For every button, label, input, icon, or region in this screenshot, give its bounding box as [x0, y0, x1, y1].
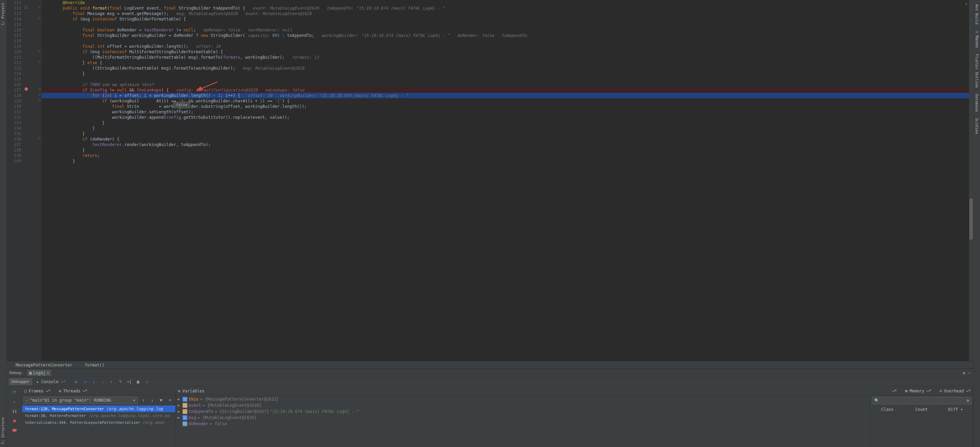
settings-icon[interactable]: ⚙: [963, 371, 965, 375]
variable-row[interactable]: ▶pevent = {MutableLogEvent@1626}: [177, 402, 869, 409]
code-line[interactable]: if (doRender) {: [41, 137, 973, 142]
mem-col-class[interactable]: Class: [870, 406, 905, 413]
code-line[interactable]: [41, 76, 973, 82]
scrollbar-thumb[interactable]: [969, 199, 973, 240]
expand-icon[interactable]: ▶: [178, 404, 181, 407]
code-line[interactable]: if (config != null && !noLookups) { conf…: [41, 87, 973, 93]
code-line[interactable]: }: [41, 147, 973, 153]
pin-icon[interactable]: →*: [83, 389, 88, 393]
variable-row[interactable]: ▶≡this = {MessagePatternConverter@1621}: [177, 396, 869, 402]
structure-tool[interactable]: 7: Structure: [0, 415, 6, 447]
breadcrumb-method[interactable]: format(): [83, 363, 107, 367]
variables-view-icon[interactable]: ≡: [178, 389, 180, 393]
pin-icon[interactable]: →*: [892, 389, 897, 393]
mem-col-diff[interactable]: Diff ▾: [939, 406, 973, 413]
expand-icon[interactable]: ▶: [178, 398, 181, 401]
database-tool[interactable]: Database: [974, 91, 980, 115]
memory-search[interactable]: 🔍 ⚙: [872, 397, 972, 404]
project-tool[interactable]: 1: Project: [0, 0, 6, 28]
pin-icon[interactable]: →*: [46, 389, 51, 393]
fold-column[interactable]: ⊟⊟⊟⊟⊟⊟⊟⊟: [38, 0, 41, 361]
code-line[interactable]: }: [41, 158, 973, 164]
frames-view-icon[interactable]: ▢: [24, 389, 27, 393]
code-content[interactable]: ✔ @Override public void format(final Log…: [41, 0, 973, 361]
resume-icon[interactable]: ▸: [11, 398, 19, 406]
code-line[interactable]: } else {: [41, 60, 973, 65]
code-line[interactable]: // TODO can we optimize this?: [41, 82, 973, 87]
override-icon[interactable]: I↓: [25, 5, 29, 9]
mem-col-count[interactable]: Count: [905, 406, 939, 413]
close-icon[interactable]: ×: [47, 371, 49, 375]
code-line[interactable]: for (int i = offset; i < workingBuilder.…: [41, 93, 973, 98]
code-line[interactable]: if (msg instanceof MultiFormatStringBuil…: [41, 49, 973, 55]
editor-scrollbar[interactable]: [969, 0, 973, 361]
stack-frame[interactable]: format:128, MessagePatternConverter (org…: [22, 406, 175, 412]
next-frame-icon[interactable]: ↓: [148, 396, 156, 404]
maven-tool[interactable]: m Maven: [974, 28, 980, 51]
pin-icon[interactable]: →*: [926, 389, 931, 393]
variable-row[interactable]: ▶≡msg = {MutableLogEvent@1626}: [177, 415, 869, 421]
prev-frame-icon[interactable]: ↑: [139, 396, 147, 404]
sciview-tool[interactable]: SciView: [974, 115, 980, 137]
code-line[interactable]: [41, 38, 973, 44]
code-line[interactable]: final int offset = workingBuilder.length…: [41, 44, 973, 49]
run-to-cursor-icon[interactable]: →|: [126, 379, 133, 385]
flutter-tool[interactable]: Flutter Outline: [974, 51, 980, 91]
trace-icon[interactable]: ≣: [144, 379, 151, 385]
stack-frame[interactable]: toSerializable:344, PatternLayout$Patter…: [22, 419, 175, 426]
stop-icon[interactable]: ■: [11, 417, 19, 425]
code-line[interactable]: textRenderer.render(workingBuilder, toAp…: [41, 142, 973, 147]
view-breakpoints-icon[interactable]: [11, 426, 19, 434]
code-line[interactable]: final Message msg = event.getMessage(); …: [41, 11, 973, 16]
gutter-icon-column[interactable]: I↓: [24, 0, 38, 361]
inspection-ok-icon[interactable]: ✔: [965, 2, 968, 6]
pause-icon[interactable]: ❙❙: [11, 407, 19, 415]
minimize-icon[interactable]: —: [968, 371, 970, 375]
evaluate-icon[interactable]: ▦: [135, 379, 142, 385]
filter-icon[interactable]: ▼: [157, 396, 165, 404]
expand-icon[interactable]: ▶: [178, 416, 181, 419]
code-line[interactable]: return;: [41, 153, 973, 158]
expand-icon[interactable]: ▶: [178, 410, 181, 413]
code-line[interactable]: [41, 22, 973, 27]
threads-view-icon[interactable]: ≡: [59, 389, 61, 393]
code-line[interactable]: }: [41, 126, 973, 131]
code-line[interactable]: }: [41, 71, 973, 76]
step-out-icon[interactable]: ↑: [108, 379, 115, 385]
memory-icon[interactable]: ⊞: [905, 389, 907, 393]
variables-list[interactable]: ▶≡this = {MessagePatternConverter@1621}▶…: [176, 396, 870, 447]
force-step-into-icon[interactable]: ↓: [99, 379, 106, 385]
pin-icon[interactable]: →*: [966, 389, 971, 393]
show-execution-icon[interactable]: ≡: [73, 379, 80, 385]
code-editor[interactable]: 1111121131141151161171181191201211221231…: [7, 0, 973, 361]
code-line[interactable]: }: [41, 131, 973, 137]
code-line[interactable]: final boolean doRender = textRenderer !=…: [41, 27, 973, 33]
overhead-icon[interactable]: ⊙: [940, 389, 942, 393]
stack-frame[interactable]: format:38, PatternFormatter (org.apache.…: [22, 412, 175, 419]
code-line[interactable]: workingBuilder.append(config.getStrSubst…: [41, 115, 973, 120]
ant-tool[interactable]: Ant Build: [974, 2, 980, 27]
code-line[interactable]: ((StringBuilderFormattable) msg).formatT…: [41, 65, 973, 71]
add-icon[interactable]: +: [166, 396, 174, 404]
variable-row[interactable]: 01doRender = false: [177, 421, 869, 427]
step-into-icon[interactable]: ↓: [91, 379, 97, 385]
console-tab[interactable]: ▸ Console →*: [34, 378, 68, 386]
breadcrumb-class[interactable]: MessagePatternConverter: [14, 363, 75, 367]
code-line[interactable]: }: [41, 120, 973, 126]
step-over-icon[interactable]: ⤻: [81, 379, 88, 385]
debugger-tab[interactable]: Debugger: [9, 378, 32, 385]
code-line[interactable]: final StringBuilder workingBuilder = doR…: [41, 33, 973, 38]
breadcrumb[interactable]: MessagePatternConverter 〉 format(): [7, 361, 973, 369]
debug-run-config-tab[interactable]: ▦ Log4j ×: [27, 370, 51, 376]
code-line[interactable]: if (msg instanceof StringBuilderFormatta…: [41, 16, 973, 22]
code-line[interactable]: ((MultiFormatStringBuilderFormattable) m…: [41, 55, 973, 60]
rerun-icon[interactable]: ⟳: [11, 388, 19, 396]
breakpoint-icon[interactable]: [25, 87, 28, 91]
frames-list[interactable]: format:128, MessagePatternConverter (org…: [22, 406, 175, 447]
variable-row[interactable]: ▶ptoAppendTo = {StringBuilder@1627} "15:…: [177, 409, 869, 415]
drop-frame-icon[interactable]: ↰: [117, 379, 124, 385]
memory-search-input[interactable]: [879, 399, 967, 403]
code-line[interactable]: public void format(final LogEvent event,…: [41, 5, 973, 11]
code-line[interactable]: workingBuilder.setLength(offset);: [41, 109, 973, 115]
memory-settings-icon[interactable]: ⚙: [967, 398, 969, 403]
